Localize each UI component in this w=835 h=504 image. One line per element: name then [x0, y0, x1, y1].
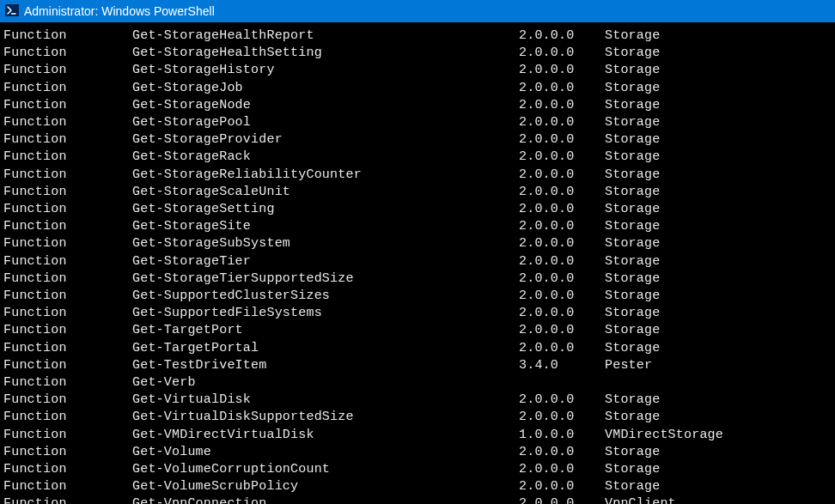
command-version: 2.0.0.0	[519, 322, 605, 339]
command-source: Storage	[605, 235, 660, 252]
output-row: FunctionGet-TestDriveItem3.4.0Pester	[3, 357, 835, 374]
command-type: Function	[3, 288, 132, 305]
output-row: FunctionGet-TargetPort2.0.0.0Storage	[3, 322, 835, 339]
command-source: Storage	[605, 322, 660, 339]
command-source: Storage	[605, 305, 660, 322]
command-type: Function	[3, 340, 132, 357]
command-name: Get-StorageReliabilityCounter	[132, 167, 519, 184]
output-row: FunctionGet-StorageReliabilityCounter2.0…	[3, 167, 835, 184]
command-type: Function	[3, 270, 132, 288]
command-type: Function	[3, 305, 132, 322]
command-type: Function	[3, 114, 132, 131]
command-version: 2.0.0.0	[519, 218, 605, 235]
command-name: Get-VpnConnection	[132, 495, 519, 504]
command-version: 2.0.0.0	[519, 288, 605, 305]
command-source: Storage	[605, 288, 660, 305]
command-name: Get-Verb	[132, 374, 519, 392]
command-name: Get-StorageSetting	[132, 201, 519, 218]
command-name: Get-VMDirectVirtualDisk	[132, 427, 519, 444]
command-type: Function	[3, 392, 132, 409]
command-version: 2.0.0.0	[519, 495, 605, 504]
command-type: Function	[3, 461, 132, 478]
output-row: FunctionGet-StorageSubSystem2.0.0.0Stora…	[3, 235, 835, 252]
console-output[interactable]: FunctionGet-StorageHealthReport2.0.0.0St…	[0, 22, 835, 504]
command-type: Function	[3, 62, 132, 79]
command-version: 2.0.0.0	[519, 201, 605, 218]
output-row: FunctionGet-StorageJob2.0.0.0Storage	[3, 80, 835, 97]
command-type: Function	[3, 444, 132, 461]
output-row: FunctionGet-SupportedClusterSizes2.0.0.0…	[3, 288, 835, 305]
output-row: FunctionGet-StorageTierSupportedSize2.0.…	[3, 270, 835, 288]
output-row: FunctionGet-SupportedFileSystems2.0.0.0S…	[3, 305, 835, 322]
command-source: VMDirectStorage	[605, 427, 723, 444]
output-row: FunctionGet-StorageHealthReport2.0.0.0St…	[3, 27, 835, 45]
output-row: FunctionGet-VpnConnection2.0.0.0VpnClien…	[3, 495, 835, 504]
command-name: Get-VirtualDisk	[132, 392, 519, 409]
command-version: 2.0.0.0	[519, 444, 605, 461]
command-name: Get-VolumeCorruptionCount	[132, 461, 519, 478]
command-version: 2.0.0.0	[519, 478, 605, 495]
window-title: Administrator: Windows PowerShell	[24, 4, 215, 18]
command-name: Get-StorageSubSystem	[132, 235, 519, 252]
command-type: Function	[3, 167, 132, 184]
command-name: Get-StorageHealthSetting	[132, 45, 519, 62]
command-name: Get-Volume	[132, 444, 519, 461]
command-source: Storage	[605, 392, 660, 409]
command-source: VpnClient	[605, 495, 676, 504]
command-type: Function	[3, 357, 132, 374]
command-type: Function	[3, 80, 132, 97]
command-source: Storage	[605, 444, 660, 461]
command-version: 2.0.0.0	[519, 253, 605, 270]
command-version: 2.0.0.0	[519, 184, 605, 201]
command-name: Get-TestDriveItem	[132, 357, 519, 374]
output-row: FunctionGet-StorageHealthSetting2.0.0.0S…	[3, 45, 835, 62]
command-type: Function	[3, 253, 132, 270]
command-version: 2.0.0.0	[519, 80, 605, 97]
command-source: Storage	[605, 253, 660, 270]
command-name: Get-StorageScaleUnit	[132, 184, 519, 201]
command-version: 2.0.0.0	[519, 461, 605, 478]
command-version: 2.0.0.0	[519, 340, 605, 357]
command-type: Function	[3, 184, 132, 201]
command-name: Get-StorageNode	[132, 97, 519, 114]
output-row: FunctionGet-VMDirectVirtualDisk1.0.0.0VM…	[3, 427, 835, 444]
command-type: Function	[3, 201, 132, 218]
command-type: Function	[3, 235, 132, 252]
command-version: 2.0.0.0	[519, 97, 605, 114]
command-type: Function	[3, 478, 132, 495]
command-source: Storage	[605, 97, 660, 114]
command-source: Storage	[605, 131, 660, 149]
command-version: 2.0.0.0	[519, 409, 605, 426]
output-row: FunctionGet-StorageScaleUnit2.0.0.0Stora…	[3, 184, 835, 201]
output-row: FunctionGet-StoragePool2.0.0.0Storage	[3, 114, 835, 131]
command-version: 3.4.0	[519, 357, 605, 374]
command-version: 2.0.0.0	[519, 27, 605, 45]
command-source: Storage	[605, 270, 660, 288]
command-type: Function	[3, 322, 132, 339]
command-source: Storage	[605, 201, 660, 218]
command-source: Storage	[605, 80, 660, 97]
command-name: Get-TargetPortal	[132, 340, 519, 357]
command-source: Storage	[605, 218, 660, 235]
command-name: Get-SupportedFileSystems	[132, 305, 519, 322]
powershell-icon	[5, 3, 24, 20]
command-version: 2.0.0.0	[519, 62, 605, 79]
output-row: FunctionGet-Verb	[3, 374, 835, 392]
command-name: Get-StorageSite	[132, 218, 519, 235]
command-source: Storage	[605, 478, 660, 495]
command-source: Storage	[605, 340, 660, 357]
command-name: Get-StorageTier	[132, 253, 519, 270]
command-source: Storage	[605, 27, 660, 45]
command-type: Function	[3, 27, 132, 45]
command-name: Get-StorageTierSupportedSize	[132, 270, 519, 288]
command-source: Storage	[605, 409, 660, 426]
output-row: FunctionGet-VirtualDisk2.0.0.0Storage	[3, 392, 835, 409]
command-name: Get-StorageProvider	[132, 131, 519, 149]
command-name: Get-StorageJob	[132, 80, 519, 97]
output-row: FunctionGet-StorageSetting2.0.0.0Storage	[3, 201, 835, 218]
command-version: 2.0.0.0	[519, 235, 605, 252]
window-titlebar[interactable]: Administrator: Windows PowerShell	[0, 0, 835, 22]
output-row: FunctionGet-VolumeScrubPolicy2.0.0.0Stor…	[3, 478, 835, 495]
command-version: 2.0.0.0	[519, 149, 605, 166]
command-version: 2.0.0.0	[519, 45, 605, 62]
